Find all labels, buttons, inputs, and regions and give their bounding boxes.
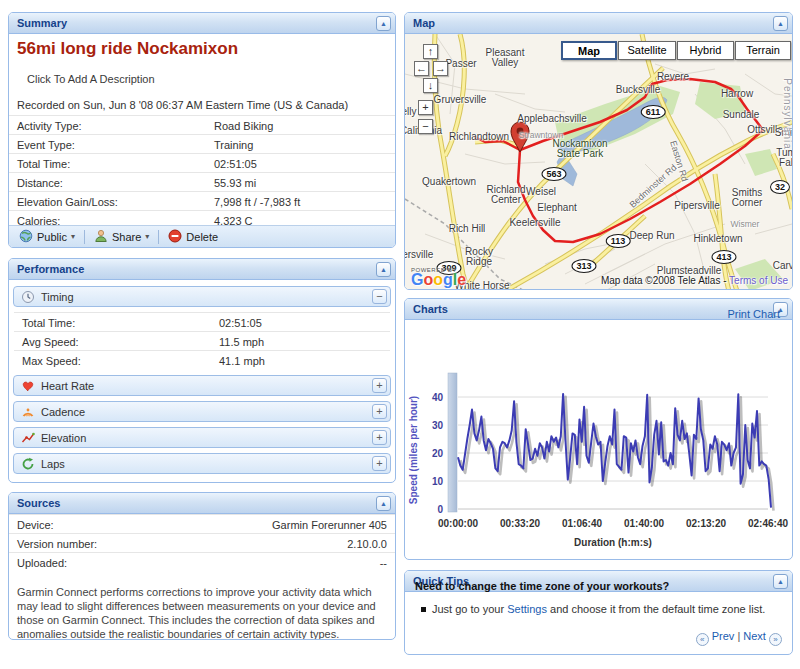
- sources-header-title: Sources: [17, 497, 60, 509]
- map-label: Pennsylvania: [782, 78, 792, 149]
- public-button[interactable]: Public▾: [13, 228, 81, 246]
- map-header-title: Map: [413, 17, 435, 29]
- tip-bullet-line: Just go to your Settings and choose it f…: [421, 603, 765, 615]
- map-type-terrain[interactable]: Terrain: [735, 41, 791, 60]
- section-body: Total Time:02:51:05Avg Speed:11.5 mphMax…: [14, 312, 390, 369]
- print-chart-link[interactable]: Print Chart: [727, 308, 780, 320]
- cadence-icon: [21, 405, 35, 419]
- google-logo: POWERED BY Google: [411, 265, 466, 286]
- map-label: Keelersville: [509, 218, 560, 228]
- map-label: Gruversville: [434, 95, 487, 105]
- timing-row: Total Time:02:51:05: [14, 312, 390, 331]
- map-label: uersville: [405, 250, 433, 260]
- map-label: Weisel: [526, 187, 556, 197]
- road-badge: 563: [541, 167, 566, 181]
- clock-icon: [21, 290, 35, 304]
- pan-right-button[interactable]: →: [433, 61, 448, 76]
- section-timing[interactable]: Timing−: [13, 286, 391, 307]
- map-panel: Map ▲: [404, 12, 793, 290]
- prev-icon[interactable]: «: [696, 633, 709, 646]
- share-button[interactable]: Share▾: [88, 228, 155, 246]
- collapse-icon[interactable]: ▲: [376, 16, 391, 31]
- svg-text:30: 30: [432, 420, 444, 431]
- map-label: Deep Run: [629, 231, 674, 241]
- collapse-icon[interactable]: ▲: [773, 16, 788, 31]
- activity-title: 56mi long ride Nockamixon: [17, 39, 238, 59]
- section-cadence[interactable]: Cadence+: [13, 401, 391, 422]
- tips-pagination: « Prev | Next »: [696, 630, 782, 646]
- section-elevation[interactable]: Elevation+: [13, 427, 391, 448]
- collapse-icon[interactable]: ▲: [376, 496, 391, 511]
- collapse-icon[interactable]: −: [372, 289, 387, 304]
- section-laps[interactable]: Laps+: [13, 453, 391, 474]
- section-heart-rate[interactable]: Heart Rate+: [13, 375, 391, 396]
- chevron-down-icon: ▾: [145, 232, 149, 241]
- map-label: Pleasant Valley: [486, 48, 525, 68]
- button-label: Public: [37, 231, 67, 243]
- zoom-in-button[interactable]: +: [418, 100, 433, 115]
- map-label: Nockamixon State Park: [552, 139, 607, 159]
- collapse-icon[interactable]: ▲: [773, 574, 788, 589]
- summary-row: Activity Type:Road Biking: [9, 115, 395, 134]
- map-label: Elephant: [537, 203, 576, 213]
- sources-label: Device:: [17, 519, 54, 531]
- map-canvas[interactable]: Pleasant ValleyPasserRevereBucksvilleGru…: [405, 34, 792, 289]
- map-label: Harrow: [721, 89, 753, 99]
- map-label: Pipersville: [674, 201, 720, 211]
- svg-text:10: 10: [432, 476, 444, 487]
- performance-header: Performance ▲: [9, 259, 395, 280]
- add-description-link[interactable]: Click To Add A Description: [27, 73, 155, 85]
- map-type-satellite[interactable]: Satellite: [618, 41, 676, 60]
- road-badge: 32: [770, 180, 790, 194]
- map-label: Wismer: [731, 219, 760, 229]
- road-badge: 313: [571, 259, 596, 273]
- map-type-map[interactable]: Map: [561, 41, 617, 60]
- pan-up-button[interactable]: ↑: [423, 44, 438, 59]
- tip-text-pre: Just go to your: [432, 603, 507, 615]
- collapse-icon[interactable]: ▲: [376, 262, 391, 277]
- summary-header: Summary ▲: [9, 13, 395, 34]
- timing-row: Max Speed:41.1 mph: [14, 350, 390, 369]
- summary-row: Event Type:Training: [9, 134, 395, 153]
- prev-link[interactable]: Prev: [712, 630, 735, 642]
- pan-down-button[interactable]: ↓: [423, 78, 438, 93]
- elevation-icon: [21, 431, 35, 445]
- summary-row: Total Time:02:51:05: [9, 153, 395, 172]
- delete-button[interactable]: Delete: [162, 228, 224, 246]
- expand-icon[interactable]: +: [372, 430, 387, 445]
- map-label: Bucksville: [616, 85, 660, 95]
- chevron-down-icon: ▾: [71, 232, 75, 241]
- map-label: Revere: [657, 72, 689, 82]
- toolbar-separator: [84, 230, 85, 244]
- svg-text:01:06:40: 01:06:40: [562, 518, 602, 529]
- map-label: Richlandtown: [449, 132, 509, 142]
- svg-text:0: 0: [437, 504, 443, 515]
- svg-text:Duration (h:m:s): Duration (h:m:s): [574, 537, 652, 548]
- pan-left-button[interactable]: ←: [414, 61, 429, 76]
- map-label: Smiths Corner: [732, 188, 763, 208]
- sources-row: Version number:2.10.0.0: [9, 533, 395, 552]
- next-link[interactable]: Next: [743, 630, 766, 642]
- pagination-separator: |: [737, 630, 740, 642]
- section-label: Timing: [41, 291, 74, 303]
- zoom-out-button[interactable]: −: [418, 119, 433, 134]
- expand-icon[interactable]: +: [372, 378, 387, 393]
- map-label: Hinkletown: [694, 234, 743, 244]
- timing-value: 02:51:05: [219, 317, 262, 329]
- map-label: Rocky Ridge: [465, 247, 493, 267]
- button-label: Delete: [186, 231, 218, 243]
- next-icon[interactable]: »: [769, 633, 782, 646]
- expand-icon[interactable]: +: [372, 456, 387, 471]
- map-data-text: Map data ©2008 Tele Atlas -: [601, 275, 729, 286]
- settings-link[interactable]: Settings: [507, 603, 547, 615]
- expand-icon[interactable]: +: [372, 404, 387, 419]
- summary-label: Event Type:: [17, 139, 75, 151]
- charts-panel: Charts ▲ Print Chart 01020304000:00:0000…: [404, 298, 793, 560]
- performance-sections: Timing−Total Time:02:51:05Avg Speed:11.5…: [9, 280, 395, 483]
- map-type-hybrid[interactable]: Hybrid: [677, 41, 734, 60]
- tip-question: Need to change the time zone of your wor…: [415, 580, 669, 592]
- speed-chart: 01020304000:00:0000:33:2001:06:4001:40:0…: [405, 320, 792, 560]
- performance-panel: Performance ▲ Timing−Total Time:02:51:05…: [8, 258, 396, 483]
- timing-label: Max Speed:: [22, 355, 81, 367]
- terms-of-use-link[interactable]: Terms of Use: [729, 275, 788, 286]
